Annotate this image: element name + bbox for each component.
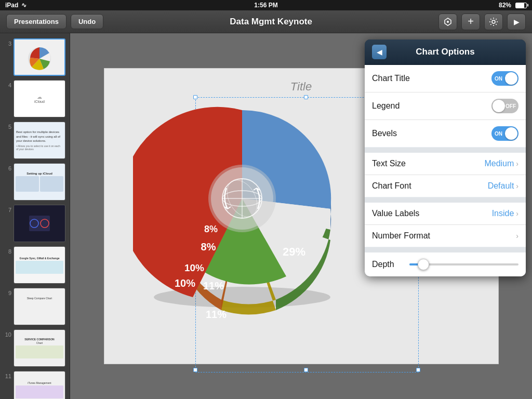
- document-title: Data Mgmt Keynote: [108, 17, 434, 27]
- plus-icon: +: [468, 16, 474, 28]
- toggles-section: Chart Title ON Legend OFF: [365, 65, 526, 147]
- wifi-icon: ∿: [21, 2, 26, 9]
- slide-number: 10: [4, 329, 11, 338]
- section-separator: [365, 247, 526, 252]
- chart-font-arrow: ›: [516, 182, 518, 190]
- selection-handle-br[interactable]: [416, 368, 420, 372]
- value-labels-label: Value Labels: [372, 209, 492, 218]
- chart-font-row[interactable]: Chart Font Default ›: [365, 175, 526, 197]
- pie-chart-svg: 29% 11% 10% 8% 29% 11% 10% 8%: [133, 95, 351, 318]
- slide-number: 3: [4, 38, 11, 47]
- selection-handle-bl[interactable]: [193, 368, 197, 372]
- play-icon: ▶: [514, 18, 520, 26]
- battery-pct: 82%: [499, 2, 511, 9]
- battery-fill: [516, 3, 524, 8]
- slide-thumbnail[interactable]: Sleep Compare Chart: [14, 288, 65, 325]
- svg-text:10%: 10%: [174, 277, 195, 289]
- slide-item[interactable]: 9 Sleep Compare Chart: [3, 287, 66, 326]
- play-icon-button[interactable]: ▶: [507, 14, 526, 30]
- labels-section: Value Labels Inside › Number Format ›: [365, 203, 526, 247]
- slide-number: 8: [4, 246, 11, 255]
- legend-toggle[interactable]: OFF: [491, 99, 518, 113]
- svg-point-0: [447, 21, 449, 23]
- device-label: iPad: [5, 2, 18, 9]
- slide-item[interactable]: 5 Best option for multiple devices and f…: [3, 121, 66, 160]
- chart-font-value: Default: [488, 181, 514, 191]
- svg-rect-3: [29, 216, 50, 231]
- toolbar-icons: + ▶: [438, 14, 526, 30]
- slide-thumbnail[interactable]: Google Sync, GMail & Exchange: [14, 246, 65, 284]
- selection-handle-bc[interactable]: [304, 368, 308, 372]
- slide-title: Title: [290, 80, 312, 94]
- depth-slider-track[interactable]: [409, 263, 518, 265]
- slide-item[interactable]: 4 ☁ iCloud: [3, 79, 66, 118]
- presentations-button[interactable]: Presentations: [6, 14, 66, 29]
- slide-item[interactable]: 10 SERVICE COMPARISON Chart: [3, 328, 66, 368]
- bevels-toggle[interactable]: ON: [491, 126, 518, 141]
- add-icon-button[interactable]: +: [461, 14, 480, 30]
- slide-thumbnail[interactable]: Setting up iCloud: [14, 163, 65, 201]
- text-size-arrow: ›: [516, 159, 518, 168]
- number-format-label: Number Format: [372, 231, 516, 241]
- svg-text:29%: 29%: [282, 245, 305, 258]
- toggle-knob: [493, 100, 505, 112]
- slide-thumbnail[interactable]: iTunes Management: [14, 371, 65, 399]
- value-labels-value: Inside: [492, 209, 514, 218]
- value-labels-row[interactable]: Value Labels Inside ›: [365, 203, 526, 225]
- back-button[interactable]: ◀: [372, 45, 387, 59]
- legend-row: Legend OFF: [365, 92, 526, 120]
- slide-thumbnail[interactable]: [14, 205, 65, 242]
- slide-item[interactable]: 6 Setting up iCloud: [3, 162, 66, 202]
- value-labels-arrow: ›: [516, 209, 518, 218]
- number-format-arrow: ›: [516, 232, 518, 240]
- chart-font-label: Chart Font: [372, 181, 488, 191]
- status-bar: iPad ∿ 1:56 PM 82%: [0, 0, 532, 10]
- slide-thumbnail[interactable]: Best option for multiple devices and fil…: [14, 122, 65, 159]
- section-separator: [365, 148, 526, 153]
- toolbar: Presentations Undo Data Mgmt Keynote + ▶: [0, 10, 532, 33]
- slide-number: 5: [4, 122, 11, 130]
- svg-text:11%: 11%: [205, 309, 226, 318]
- pie-chart[interactable]: 29% 11% 10% 8% 29% 11% 10% 8%: [133, 95, 372, 334]
- slide-number: 9: [4, 288, 11, 296]
- panel-header: ◀ Chart Options: [365, 39, 526, 65]
- svg-point-1: [492, 20, 495, 23]
- chart-title-label: Chart Title: [372, 74, 491, 83]
- chart-title-toggle-label: ON: [495, 76, 502, 82]
- text-size-row[interactable]: Text Size Medium ›: [365, 153, 526, 175]
- number-format-row[interactable]: Number Format ›: [365, 225, 526, 247]
- text-size-value: Medium: [484, 159, 514, 168]
- slide-item[interactable]: 7: [3, 204, 66, 243]
- svg-text:10%: 10%: [184, 262, 204, 273]
- chart-options-panel: ◀ Chart Options Chart Title ON: [365, 39, 526, 276]
- slide-number: 4: [4, 80, 11, 88]
- bevels-label: Bevels: [372, 129, 491, 138]
- slide-item[interactable]: 3: [3, 37, 66, 77]
- slide-number: 6: [4, 163, 11, 171]
- svg-text:8%: 8%: [201, 241, 216, 252]
- slide-item[interactable]: 8 Google Sync, GMail & Exchange: [3, 245, 66, 285]
- slide-thumbnail[interactable]: [14, 38, 65, 76]
- slide-thumbnail[interactable]: ☁ iCloud: [14, 80, 65, 117]
- depth-label: Depth: [372, 260, 403, 269]
- chart-title-row: Chart Title ON: [365, 65, 526, 92]
- bevels-row: Bevels ON: [365, 120, 526, 147]
- slide-item[interactable]: 11 iTunes Management: [3, 370, 66, 399]
- canvas-area: Title: [70, 33, 532, 399]
- undo-button[interactable]: Undo: [71, 14, 103, 29]
- wrench-icon-button[interactable]: [438, 14, 457, 30]
- svg-text:11%: 11%: [203, 280, 223, 291]
- toggle-knob: [505, 127, 517, 140]
- depth-slider-thumb[interactable]: [418, 259, 429, 270]
- chart-title-toggle[interactable]: ON: [491, 71, 518, 86]
- slide-number: 7: [4, 205, 11, 213]
- slide-thumbnail[interactable]: SERVICE COMPARISON Chart: [14, 329, 65, 367]
- settings-icon-button[interactable]: [484, 14, 503, 30]
- main-layout: 3 4: [0, 33, 532, 399]
- options-body: Chart Title ON Legend OFF: [365, 65, 526, 276]
- back-icon: ◀: [377, 48, 382, 56]
- font-section: Text Size Medium › Chart Font Default ›: [365, 153, 526, 197]
- legend-toggle-label: OFF: [506, 103, 516, 109]
- svg-text:8%: 8%: [204, 224, 217, 234]
- slide-number: 11: [4, 371, 11, 379]
